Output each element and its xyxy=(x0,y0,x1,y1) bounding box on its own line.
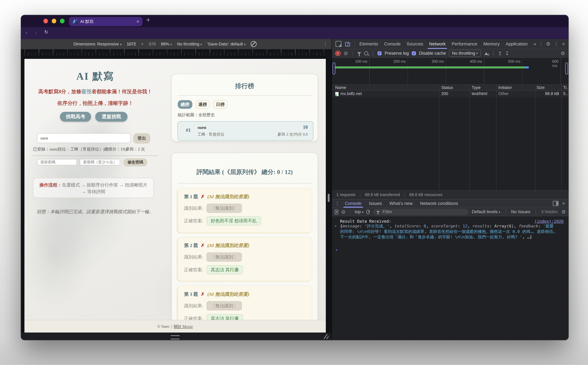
wrong-icon: ✗ xyxy=(201,194,205,199)
tab-elements[interactable]: Elements xyxy=(356,39,381,49)
drawer-tab-whats-new[interactable]: What's new xyxy=(386,199,416,208)
context-selector[interactable]: top▾ xyxy=(355,209,363,214)
device-toolbar-menu-icon[interactable]: ⋮ xyxy=(323,41,328,47)
network-settings-gear-icon[interactable]: ⚙ xyxy=(561,50,565,56)
tab-network[interactable]: Network xyxy=(426,39,449,49)
tab-console[interactable]: Console xyxy=(381,39,404,49)
tab-application[interactable]: Application xyxy=(503,39,531,49)
network-overview[interactable]: 100 ms 200 ms 300 ms 400 ms 500 ms 600 m… xyxy=(332,58,568,85)
disable-cache-label[interactable]: Disable cache xyxy=(419,51,446,56)
import-har-icon[interactable]: ↥ xyxy=(498,50,502,56)
drawer-tab-issues[interactable]: Issues xyxy=(365,199,386,208)
leaderboard-title: 排行榜 xyxy=(172,82,318,90)
window-zoom-button[interactable] xyxy=(60,19,64,23)
record-network-log-icon[interactable] xyxy=(335,51,341,56)
choose-passage-button[interactable]: 選篇挑戰 xyxy=(95,112,128,122)
filter-icon[interactable] xyxy=(357,52,361,54)
change-password-button[interactable]: 修改密碼 xyxy=(124,158,147,166)
answer-value: 其志洁 其行廉 xyxy=(207,265,243,274)
preserve-log-checkbox[interactable]: ✓ xyxy=(378,51,382,56)
drawer-menu-icon[interactable]: ⋮ xyxy=(335,201,340,206)
page-scrollbar[interactable] xyxy=(328,194,330,202)
col-initiator[interactable]: Initiator xyxy=(498,85,512,90)
expand-triangle-icon[interactable]: ▸ xyxy=(335,224,337,228)
dock-side-icon[interactable] xyxy=(553,201,559,206)
inspect-element-icon[interactable] xyxy=(336,41,341,47)
tab-total-rank[interactable]: 總榜 xyxy=(178,100,192,109)
hidden-messages-count[interactable]: 3 hidden xyxy=(541,209,558,214)
log-message-title: Result Data Received: xyxy=(340,219,391,224)
viewport-resize-handle[interactable] xyxy=(323,334,329,339)
issues-counter[interactable]: No Issues xyxy=(511,209,530,214)
console-filter-input[interactable]: Filter xyxy=(373,209,469,215)
drawer-tab-console[interactable]: Console xyxy=(341,199,365,208)
new-password-input[interactable] xyxy=(80,159,120,165)
viewport-height-input[interactable]: 978 xyxy=(149,42,156,46)
forward-icon[interactable]: › xyxy=(35,29,37,36)
tab-strip: AI 默寫 × + xyxy=(21,15,568,27)
console-prompt-icon[interactable]: › xyxy=(335,247,338,253)
device-toolbar-toggle-icon[interactable] xyxy=(345,42,350,46)
network-conditions-icon[interactable] xyxy=(484,51,489,56)
about-link[interactable]: 關於 Moxie xyxy=(174,324,193,329)
overview-left-handle[interactable] xyxy=(332,62,335,75)
current-password-input[interactable] xyxy=(37,159,77,165)
devtools-menu-icon[interactable]: ⋮ xyxy=(554,41,559,47)
tab-close-icon[interactable]: × xyxy=(136,19,139,24)
clear-console-icon[interactable]: ⊘ xyxy=(341,209,346,215)
export-har-icon[interactable]: ↧ xyxy=(505,50,509,56)
overview-right-handle[interactable] xyxy=(565,62,568,75)
viewport-drag-handle[interactable] xyxy=(171,335,180,339)
object-preview[interactable]: {message: '評分完成。', totalScore: 0, scoreT… xyxy=(340,223,557,240)
request-timeline-bar xyxy=(334,66,525,69)
window-minimize-button[interactable] xyxy=(52,19,56,23)
username-input[interactable] xyxy=(37,133,130,143)
browser-tab[interactable]: AI 默寫 × xyxy=(69,17,142,26)
devtools-close-icon[interactable]: × xyxy=(562,41,565,47)
network-request-row[interactable]: mx.bdfz.net 200 text/html Other 88.8 kB … xyxy=(332,91,568,97)
tab-day-rank[interactable]: 日榜 xyxy=(213,100,228,109)
viewport-width-input[interactable]: 1072 xyxy=(127,42,136,46)
console-settings-gear-icon[interactable]: ⚙ xyxy=(561,209,566,215)
search-icon[interactable] xyxy=(364,51,368,55)
more-tabs-icon[interactable]: » xyxy=(531,39,539,49)
recognition-row: 識別結果: 〔無法識別〕 xyxy=(184,253,242,261)
log-levels-dropdown[interactable]: Default levels▾ xyxy=(472,209,500,214)
disable-cache-checkbox[interactable]: ✓ xyxy=(412,51,416,56)
leaderboard-entry[interactable]: #1 suen 工蜂 · 常規排位 10 參與 2 次|均分 0.0 xyxy=(177,121,313,140)
zoom-dropdown[interactable]: 88%▾ xyxy=(161,42,172,46)
reload-icon[interactable]: ↻ xyxy=(44,29,48,35)
log-source-link[interactable]: (index):1926 xyxy=(534,219,564,224)
back-icon[interactable]: ‹ xyxy=(26,29,27,36)
col-status[interactable]: Status xyxy=(441,85,453,90)
preserve-log-label[interactable]: Preserve log xyxy=(385,51,409,56)
tab-memory[interactable]: Memory xyxy=(480,39,503,49)
network-table-header: Name Status Type Initiator Size Ti… xyxy=(332,85,568,90)
wrong-icon: ✗ xyxy=(201,243,205,248)
col-time[interactable]: Ti… xyxy=(563,85,568,90)
tab-week-rank[interactable]: 週榜 xyxy=(195,100,210,109)
entry-rank: #1 xyxy=(186,127,191,133)
tab-sources[interactable]: Sources xyxy=(404,39,426,49)
throttling-dropdown[interactable]: No throttling▾ xyxy=(177,42,202,46)
tab-performance[interactable]: Performance xyxy=(449,39,480,49)
challenge-gaokao-button[interactable]: 挑戰高考 xyxy=(60,112,91,122)
clear-network-icon[interactable]: ⊘ xyxy=(344,51,348,56)
col-name[interactable]: Name xyxy=(335,85,346,90)
request-size: 88.8 kB xyxy=(516,91,559,96)
new-tab-button[interactable]: + xyxy=(146,16,150,24)
live-expression-icon[interactable] xyxy=(366,210,370,214)
question-header: 第 2 題 ✗ (AI 無法識別此答案) xyxy=(184,242,250,249)
dimensions-dropdown[interactable]: Dimensions: Responsive▾ xyxy=(74,42,122,46)
throttling-select[interactable]: No throttling▾ xyxy=(449,50,481,57)
col-type[interactable]: Type xyxy=(472,85,481,90)
col-size[interactable]: Size xyxy=(537,85,545,90)
save-data-dropdown[interactable]: 'Save-Data': default▾ xyxy=(207,42,246,46)
console-sidebar-icon[interactable] xyxy=(335,210,338,214)
recognition-row: 識別結果: 〔無法識別〕 xyxy=(184,204,242,213)
drawer-close-icon[interactable]: × xyxy=(562,200,565,206)
window-close-button[interactable] xyxy=(43,19,48,23)
drawer-tab-network-conditions[interactable]: Network conditions xyxy=(416,199,462,208)
settings-gear-icon[interactable]: ⚙ xyxy=(546,41,550,47)
logout-button[interactable]: 登出 xyxy=(133,133,150,143)
